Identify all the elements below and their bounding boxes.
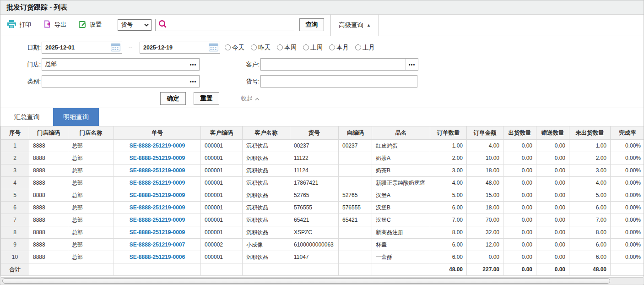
radio-circle[interactable]: [277, 44, 283, 50]
radio-circle[interactable]: [251, 44, 257, 50]
store-label: 门店:: [0, 60, 41, 69]
cell-self-code: [339, 251, 372, 263]
order-no-link[interactable]: SE-8888-251219-0009: [130, 229, 185, 236]
export-label: 导出: [54, 21, 66, 29]
cell-gift-qty: 0.00: [536, 214, 569, 226]
toolbar: 打印 导出 设置 货号 查询 高级查询 ▲: [0, 15, 644, 35]
radio-circle[interactable]: [355, 44, 361, 50]
order-no-link[interactable]: SE-8888-251219-0009: [130, 142, 185, 149]
cell-gift-qty: 0.00: [536, 164, 569, 177]
order-no-link[interactable]: SE-8888-251219-0006: [130, 254, 185, 260]
radio-circle[interactable]: [225, 44, 231, 50]
reset-button[interactable]: 重置: [194, 92, 219, 105]
advanced-query-toggle[interactable]: 高级查询 ▲: [330, 15, 379, 36]
cell-seq: 7: [1, 214, 29, 226]
calendar-icon[interactable]: [207, 42, 220, 53]
tab-detail-query[interactable]: 明细查询: [53, 108, 99, 126]
cell-shipped-qty: 0.00: [503, 164, 536, 177]
print-button[interactable]: 打印: [7, 20, 31, 29]
column-header-completion-rate: 完成率: [611, 126, 644, 140]
cell-order-qty: 3.00: [430, 164, 467, 177]
confirm-button[interactable]: 确定: [160, 92, 186, 105]
cell-store-code: 8888: [29, 226, 68, 239]
radio-this-month[interactable]: 本月: [329, 44, 349, 52]
search-input-wrap: [155, 19, 295, 31]
calendar-icon[interactable]: [109, 42, 122, 53]
store-lookup-button[interactable]: •••: [187, 59, 199, 70]
cell-order-amount: 227.00: [467, 263, 503, 276]
cell-shipped-qty: 0.00: [503, 140, 536, 152]
cell-customer-name: 沉积饮品: [243, 189, 290, 202]
cell-order-amount: 18.00: [467, 164, 503, 177]
cell-store-code: 8888: [29, 251, 68, 263]
cell-gift-qty: 0.00: [536, 251, 569, 263]
cell-self-code: [339, 177, 372, 189]
cell-customer-code: 000002: [201, 239, 243, 251]
cell-unshipped-qty: 7.00: [569, 214, 611, 226]
collapse-link[interactable]: 收起: [241, 94, 260, 103]
settings-button[interactable]: 设置: [79, 20, 102, 29]
category-label: 类别:: [0, 77, 41, 86]
cell-completion-rate: 0.00%: [611, 251, 644, 263]
cell-customer-code: 000001: [201, 189, 243, 202]
item-no-input[interactable]: [260, 75, 417, 88]
search-field-select[interactable]: 货号: [118, 19, 152, 31]
cell-store-name: 总部: [68, 226, 114, 239]
date-to-field[interactable]: 2025-12-19: [140, 42, 220, 54]
tab-summary-query[interactable]: 汇总查询: [0, 108, 53, 126]
cell-self-code: [339, 164, 372, 177]
date-from-field[interactable]: 2025-12-01: [42, 42, 122, 54]
cell-customer-name: 沉积饮品: [243, 177, 290, 189]
cell-item-no: 576555: [290, 202, 339, 214]
category-lookup-button[interactable]: •••: [187, 76, 199, 87]
order-no-link[interactable]: SE-8888-251219-0009: [130, 180, 185, 186]
cell-seq: 1: [1, 140, 29, 152]
radio-last-month[interactable]: 上月: [355, 44, 375, 52]
radio-this-week[interactable]: 本周: [277, 44, 297, 52]
cell-customer-name: [243, 263, 290, 276]
order-no-link[interactable]: SE-8888-251219-0009: [130, 204, 185, 211]
order-no-link[interactable]: SE-8888-251219-0009: [130, 167, 185, 174]
cell-product-name: 红皮鸡蛋: [372, 140, 430, 152]
order-tracking-table: 序号门店编码门店名称单号客户编码客户名称货号自编码品名订单数量订单金额出货数量赠…: [0, 126, 644, 276]
cell-order-no: SE-8888-251219-0009: [114, 177, 201, 189]
cell-customer-code: 000001: [201, 177, 243, 189]
radio-circle[interactable]: [303, 44, 309, 50]
cell-shipped-qty: 0.00: [503, 189, 536, 202]
order-no-link[interactable]: SE-8888-251219-0009: [130, 192, 185, 198]
query-button[interactable]: 查询: [299, 18, 324, 31]
column-header-order-no: 单号: [114, 126, 201, 140]
radio-circle[interactable]: [329, 44, 335, 50]
search-input[interactable]: [168, 19, 295, 31]
radio-today[interactable]: 今天: [225, 44, 244, 52]
export-button[interactable]: 导出: [43, 20, 66, 29]
order-no-link[interactable]: SE-8888-251219-0009: [130, 155, 185, 161]
scrollbar-thumb[interactable]: [2, 278, 610, 284]
cell-order-qty: 5.00: [430, 189, 467, 202]
store-field[interactable]: 总部 •••: [42, 58, 200, 71]
order-no-link[interactable]: SE-8888-251219-0009: [130, 217, 185, 223]
cell-product-name: 杯盖: [372, 239, 430, 251]
radio-yesterday[interactable]: 昨天: [251, 44, 271, 52]
cell-completion-rate: 0.00%: [611, 140, 644, 152]
cell-item-no: 17867421: [290, 177, 339, 189]
result-tabs: 汇总查询 明细查询: [0, 108, 644, 126]
cell-order-qty: 7.00: [430, 214, 467, 226]
cell-order-no: SE-8888-251219-0007: [114, 239, 201, 251]
cell-shipped-qty: 0.00: [503, 177, 536, 189]
cell-unshipped-qty: 4.00: [569, 177, 611, 189]
column-header-order-amount: 订单金额: [467, 126, 503, 140]
cell-store-code: 8888: [29, 239, 68, 251]
cell-self-code: 65421: [339, 214, 372, 226]
cell-store-name: 总部: [68, 189, 114, 202]
order-no-link[interactable]: SE-8888-251219-0007: [130, 241, 185, 248]
cell-seq: 6: [1, 202, 29, 214]
customer-field[interactable]: •••: [260, 58, 418, 71]
category-field[interactable]: •••: [42, 75, 200, 88]
cell-order-no: SE-8888-251219-0009: [114, 164, 201, 177]
radio-last-week[interactable]: 上周: [303, 44, 323, 52]
horizontal-scrollbar[interactable]: [1, 277, 643, 284]
customer-lookup-button[interactable]: •••: [406, 59, 418, 70]
cell-gift-qty: 0.00: [536, 189, 569, 202]
cell-gift-qty: 0.00: [536, 202, 569, 214]
